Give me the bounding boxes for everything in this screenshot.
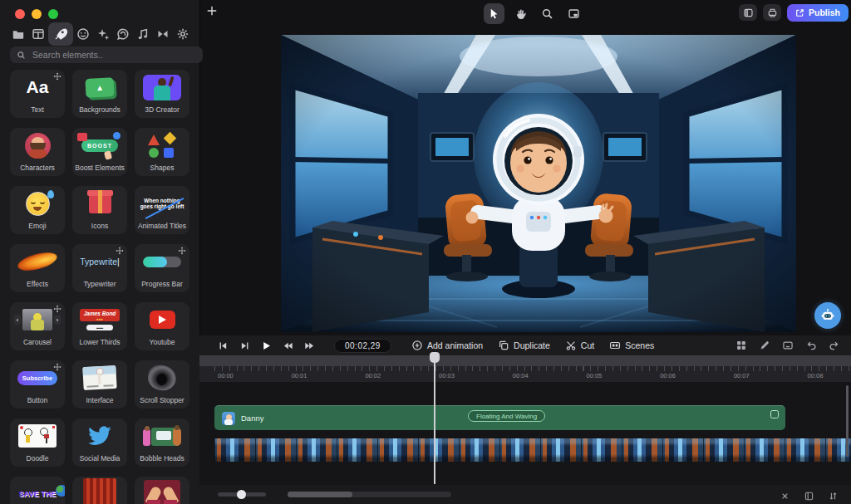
element-tile-socialmedia[interactable]: Social Media [72,418,127,467]
save-button[interactable] [763,4,781,21]
sidebar-tab-settings[interactable] [173,24,193,44]
board-icon [32,27,45,41]
gear-icon [176,27,189,41]
element-tile-boost[interactable]: BOOSTBoost Elements [72,128,127,176]
zoom-tool-button[interactable] [537,3,558,24]
tile-art-effects [10,244,65,279]
character-track-clip[interactable]: Danny Floating And Waving [214,405,785,430]
animation-tag[interactable]: Floating And Waving [468,410,545,422]
tile-art-icons [72,186,127,221]
cut-button[interactable]: Cut [565,340,594,351]
tile-label: Typewriter [83,280,116,288]
element-tile-youtube[interactable]: Youtube [135,302,189,350]
element-tile-button[interactable]: SubscribeButton [10,360,65,409]
drag-handle-icon[interactable] [53,72,61,81]
element-tile-doodle[interactable]: Doodle [10,418,65,467]
fast-forward-button[interactable] [303,339,316,352]
search-input[interactable] [31,49,196,61]
fit-frame-button[interactable] [781,339,794,352]
sidebar-tab-transitions[interactable] [153,24,173,44]
element-tile-carousel[interactable]: ‹›Carousel [10,302,65,350]
add-animation-button[interactable]: Add animation [411,340,483,351]
playhead[interactable] [434,352,435,484]
ruler-label: 00:03 [439,372,455,379]
tile-label: Carousel [23,338,52,346]
minimize-window-button[interactable] [32,9,42,19]
element-tile-saveplanet[interactable]: SAVE THE [10,477,65,504]
timeline-zoom-slider[interactable] [218,492,266,497]
element-tile-text[interactable]: AaText [10,70,65,118]
undo-button[interactable] [804,339,818,352]
element-tile-lowerthirds[interactable]: James Bond●●●▬▬Lower Thirds [72,302,127,350]
sidebar-tab-comments[interactable] [113,24,133,44]
timeline-right-tools [735,339,841,352]
element-tile-bobbleheads[interactable]: Bobble Heads [135,418,189,467]
timeline-ruler[interactable]: 00:0000:0100:0200:0300:0400:0500:0600:07… [199,366,851,382]
element-tile-interface[interactable]: Interface [72,360,127,409]
reorder-button[interactable] [826,489,839,502]
header-actions: Publish [739,2,851,22]
action-label: Duplicate [514,340,550,350]
element-tile-emoji[interactable]: Emoji [10,186,65,234]
horizontal-scrollbar-thumb[interactable] [288,492,352,497]
clip-end-handle[interactable] [770,410,779,418]
sidebar-tab-effects[interactable] [93,24,113,44]
sidebar-tab-projects[interactable] [8,24,28,44]
scenes-button[interactable]: Scenes [609,340,654,351]
duplicate-button[interactable]: Duplicate [498,340,550,351]
element-tile-curtain[interactable] [72,477,127,504]
frame-tool-button[interactable] [563,3,584,24]
hand-icon [514,7,527,20]
zoom-window-button[interactable] [48,9,58,19]
rewind-button[interactable] [281,339,294,352]
redo-button[interactable] [828,339,841,352]
element-tile-hearthands[interactable] [135,477,189,504]
video-preview[interactable] [281,35,796,332]
pan-tool-button[interactable] [510,3,531,24]
panel-button[interactable] [802,489,815,502]
zoom-slider-knob[interactable] [237,490,246,499]
element-tile-typewriter[interactable]: Typewrite|Typewriter [72,244,127,292]
horizontal-scrollbar[interactable] [288,492,451,497]
tile-label: Bobble Heads [140,454,184,462]
close-window-button[interactable] [15,9,25,19]
tile-label: Effects [27,280,48,288]
ruler-label: 00:05 [587,372,603,379]
timeline-scroll-strip[interactable] [199,355,851,366]
layout-panel-button[interactable] [739,4,757,21]
scissors-icon [565,340,577,351]
ai-assistant-button[interactable] [809,297,846,334]
pen-button[interactable] [758,339,771,352]
tile-label: Interface [86,396,113,404]
sidebar-tab-characters[interactable] [73,24,93,44]
element-tile-backgrounds[interactable]: ▲Backgrounds [72,70,127,118]
sidebar-tab-elements[interactable] [48,22,73,46]
tile-label: Doodle [27,454,49,462]
element-tile-effects[interactable]: Effects [10,244,65,292]
element-tile-progressbar[interactable]: Progress Bar [135,244,189,292]
select-tool-button[interactable] [484,3,504,24]
collapse-button[interactable] [778,489,791,502]
play-button[interactable] [259,339,273,352]
element-tile-icons[interactable]: Icons [72,186,127,234]
element-tile-characters[interactable]: Characters [10,128,65,176]
element-tile-animtitles[interactable]: When nothing goes right go leftAnimated … [135,186,189,234]
skip-end-button[interactable] [238,339,251,352]
video-track-filmstrip[interactable] [214,438,851,462]
playhead-handle[interactable] [430,352,440,363]
add-scene-button[interactable] [204,3,219,18]
sidebar-tab-music[interactable] [133,24,153,44]
element-tile-shapes[interactable]: Shapes [135,128,189,176]
vertical-scrollbar[interactable] [846,385,849,457]
grid-button[interactable] [735,339,748,352]
element-tile-scrollstopper[interactable]: Scroll Stopper [135,360,189,409]
drag-handle-icon[interactable] [178,247,186,255]
drag-handle-icon[interactable] [53,305,61,313]
element-tile-creator3d[interactable]: 3D Creator [135,70,189,118]
skip-start-button[interactable] [216,339,229,352]
sidebar-tab-templates[interactable] [28,24,48,44]
drag-handle-icon[interactable] [116,247,124,255]
drag-handle-icon[interactable] [53,363,61,371]
publish-button[interactable]: Publish [787,4,849,22]
tile-art-scrollstopper [135,360,189,395]
